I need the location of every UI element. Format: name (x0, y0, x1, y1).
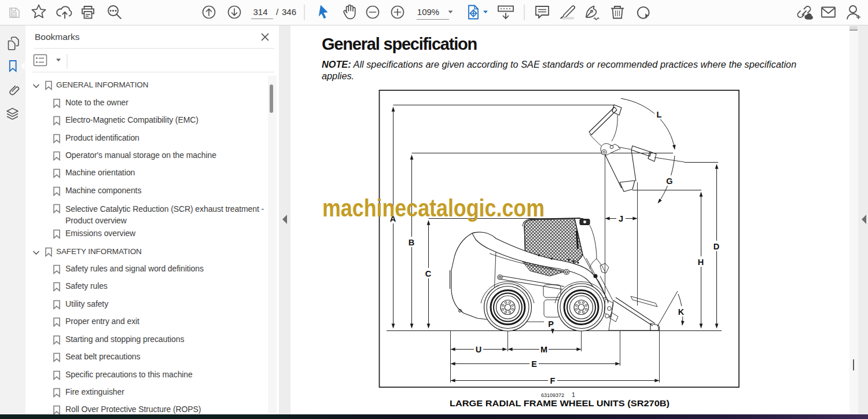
svg-text:machinecatalogic.com: machinecatalogic.com (322, 194, 545, 222)
svg-text:P: P (548, 319, 554, 329)
svg-text:J: J (619, 214, 623, 223)
svg-text:L: L (657, 110, 662, 119)
svg-text:314: 314 (253, 7, 267, 17)
svg-text:H: H (698, 258, 704, 267)
svg-text:LARGE RADIAL FRAME WHEEL UNITS: LARGE RADIAL FRAME WHEEL UNITS (SR270B) (450, 398, 670, 408)
svg-text:D: D (713, 242, 719, 251)
svg-text:G: G (666, 177, 672, 186)
svg-text:M: M (540, 345, 547, 354)
svg-text:109%: 109% (417, 7, 439, 17)
svg-text:1: 1 (572, 391, 575, 398)
svg-text:346: 346 (282, 7, 296, 17)
svg-text:K: K (678, 307, 685, 317)
svg-text:63109372: 63109372 (541, 392, 564, 398)
svg-text:/: / (276, 7, 279, 17)
svg-text:E: E (531, 359, 537, 369)
svg-text:F: F (550, 376, 556, 385)
svg-text:U: U (476, 345, 481, 354)
svg-text:B: B (409, 238, 414, 247)
svg-text:C: C (425, 269, 432, 278)
